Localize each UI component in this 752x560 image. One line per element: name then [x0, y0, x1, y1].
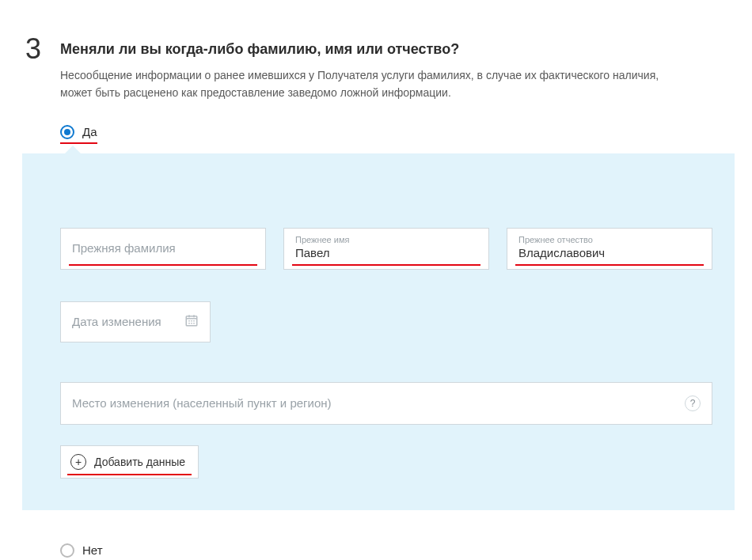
question-description: Несообщение информации о ранее имевшихся… [60, 67, 662, 101]
prev-name-label: Прежнее имя [295, 235, 477, 244]
radio-unchecked-icon [60, 543, 74, 558]
radio-no-label: Нет [82, 543, 103, 557]
change-place-field[interactable]: Место изменения (населенный пункт и реги… [60, 382, 712, 425]
plus-icon: + [70, 454, 86, 470]
add-data-button[interactable]: + Добавить данные [60, 445, 199, 479]
prev-patronymic-value: Владиславович [518, 246, 605, 259]
prev-patronymic-field[interactable]: Прежнее отчество Владиславович [507, 228, 712, 270]
add-data-label: Добавить данные [94, 456, 185, 468]
change-date-field[interactable]: Дата изменения [60, 301, 211, 342]
change-date-placeholder: Дата изменения [72, 315, 161, 328]
radio-checked-icon [60, 125, 74, 139]
radio-yes-label: Да [82, 125, 97, 138]
change-place-placeholder: Место изменения (населенный пункт и реги… [72, 396, 332, 410]
prev-surname-field[interactable]: Прежняя фамилия [60, 228, 266, 270]
radio-option-yes[interactable]: Да [60, 125, 97, 144]
step-number: 3 [25, 35, 46, 63]
prev-patronymic-label: Прежнее отчество [518, 235, 701, 244]
prev-name-value: Павел [295, 246, 330, 259]
previous-name-panel: Прежняя фамилия Прежнее имя Павел Прежне… [22, 153, 735, 510]
question-title: Меняли ли вы когда-либо фамилию, имя или… [60, 40, 727, 59]
calendar-icon [184, 313, 199, 331]
prev-name-field[interactable]: Прежнее имя Павел [283, 228, 489, 270]
radio-option-no[interactable]: Нет [60, 543, 103, 560]
prev-surname-placeholder: Прежняя фамилия [72, 235, 254, 261]
help-icon[interactable]: ? [685, 395, 701, 411]
